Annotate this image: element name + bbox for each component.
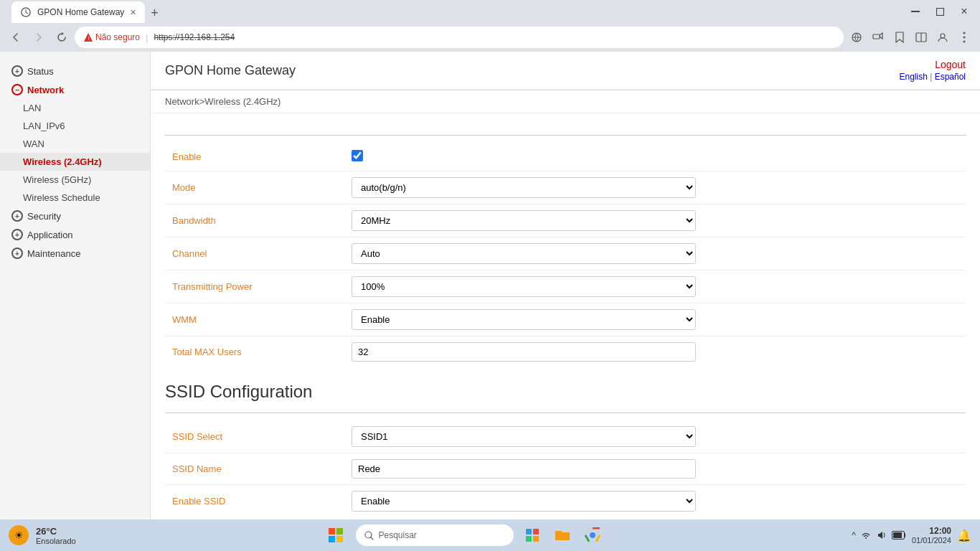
weather-desc: Ensolarado (36, 537, 76, 545)
svg-point-9 (963, 32, 966, 34)
close-button[interactable]: × (954, 1, 974, 22)
bookmark-button[interactable] (890, 27, 910, 47)
menu-button[interactable] (954, 27, 974, 47)
enable-checkbox[interactable] (352, 150, 363, 161)
total-max-users-input[interactable]: 32 (352, 342, 696, 362)
sidebar-item-status-label: Status (27, 66, 54, 77)
transmitting-power-label: Transmitting Power (165, 270, 344, 303)
mode-label: Mode (165, 171, 344, 204)
tray-expand[interactable]: ^ (852, 530, 856, 540)
profile-button[interactable] (933, 27, 953, 47)
channel-row: Channel Auto 123 456 (165, 237, 966, 270)
english-link[interactable]: English (899, 72, 927, 82)
sidebar-item-lan[interactable]: LAN (0, 99, 150, 117)
sidebar-item-wireless-24[interactable]: Wireless (2.4GHz) (0, 153, 150, 171)
bandwidth-row: Bandwidth 20MHz 40MHz (165, 204, 966, 237)
minimize-button[interactable] (905, 1, 925, 22)
spanish-link[interactable]: Español (935, 72, 966, 82)
sidebar-item-lan-ipv6[interactable]: LAN_IPv6 (0, 117, 150, 135)
language-links: English | Español (899, 72, 966, 82)
sidebar-wireless-24-label: Wireless (2.4GHz) (23, 156, 102, 167)
channel-select[interactable]: Auto 123 456 (352, 243, 696, 264)
sidebar-item-wan[interactable]: WAN (0, 135, 150, 153)
ssid-name-label: SSID Name (165, 453, 344, 485)
notification-button[interactable]: 🔔 (957, 529, 971, 542)
address-bar[interactable]: ! Não seguro | https://192.168.1.254 (75, 27, 844, 48)
app-title: GPON Home Gateway (165, 63, 296, 78)
tab-close-button[interactable]: × (130, 6, 136, 18)
share-button[interactable] (868, 27, 888, 47)
back-button[interactable] (6, 27, 26, 47)
url-text: https://192.168.1.254 (154, 32, 235, 42)
taskbar: ☀ 26°C Ensolarado Pesquisar (0, 519, 980, 551)
svg-rect-1 (911, 11, 920, 12)
network-expand-icon: – (11, 84, 23, 95)
clock-date: 01/01/2024 (912, 536, 951, 545)
bandwidth-label: Bandwidth (165, 204, 344, 237)
enable-ssid-row: Enable SSID Enable Disable (165, 485, 966, 518)
sidebar-item-application[interactable]: + Application (0, 225, 150, 244)
sidebar-lan-ipv6-label: LAN_IPv6 (23, 121, 65, 131)
system-tray: ^ (852, 529, 906, 541)
svg-point-8 (941, 34, 945, 38)
search-icon (364, 531, 374, 540)
mode-select[interactable]: auto(b/g/n) 802.11b only 802.11g only 80… (352, 177, 696, 198)
svg-rect-13 (526, 529, 532, 534)
ssid-select-label: SSID Select (165, 420, 344, 453)
security-expand-icon: + (11, 210, 23, 222)
enable-row: Enable (165, 143, 966, 171)
wmm-select[interactable]: Enable Disable (352, 309, 696, 330)
search-placeholder: Pesquisar (378, 530, 416, 540)
application-expand-icon: + (11, 229, 23, 240)
main-content: GPON Home Gateway Logout English | Españ… (151, 52, 980, 519)
new-tab-button[interactable]: + (145, 3, 165, 23)
wireless-form: Enable Mode auto(b/g/n) 802.11b only (165, 143, 966, 367)
start-button[interactable] (323, 522, 349, 548)
weather-icon: ☀ (9, 525, 29, 545)
volume-icon (876, 529, 887, 541)
ssid-name-row: SSID Name (165, 453, 966, 485)
browser-tab[interactable]: GPON Home Gateway × (11, 1, 145, 23)
taskbar-chrome-icon[interactable] (581, 524, 604, 547)
reload-button[interactable] (52, 27, 72, 47)
sidebar-item-wireless-schedule[interactable]: Wireless Schedule (0, 189, 150, 207)
transmitting-power-select[interactable]: 100% 75% 50% 25% (352, 276, 696, 297)
lang-separator: | (930, 72, 932, 82)
wifi-icon (860, 529, 872, 541)
svg-rect-5 (873, 34, 880, 39)
sidebar-item-security[interactable]: + Security (0, 207, 150, 225)
tab-title: GPON Home Gateway (37, 7, 124, 17)
sidebar-item-wireless-5[interactable]: Wireless (5GHz) (0, 171, 150, 189)
taskbar-search[interactable]: Pesquisar (356, 524, 514, 546)
split-view-button[interactable] (911, 27, 931, 47)
svg-rect-20 (893, 532, 902, 538)
taskbar-folder-icon[interactable] (551, 524, 574, 547)
logout-button[interactable]: Logout (935, 59, 966, 70)
transmitting-power-row: Transmitting Power 100% 75% 50% 25% (165, 270, 966, 303)
ssid-form: SSID Select SSID1 SSID2 SSID3 SSID4 (165, 420, 966, 517)
sidebar-item-network[interactable]: – Network (0, 80, 150, 99)
bandwidth-select[interactable]: 20MHz 40MHz (352, 210, 696, 231)
svg-point-10 (963, 37, 966, 39)
svg-rect-15 (526, 536, 532, 542)
ssid-select-dropdown[interactable]: SSID1 SSID2 SSID3 SSID4 (352, 426, 696, 447)
taskbar-puzzle-icon[interactable] (521, 524, 544, 547)
ssid-section-title: SSID Configuration (165, 382, 966, 402)
total-max-users-row: Total MAX Users 32 (165, 336, 966, 368)
breadcrumb: Network>Wireless (2.4GHz) (151, 90, 980, 113)
enable-ssid-select[interactable]: Enable Disable (352, 491, 696, 512)
svg-text:!: ! (88, 36, 90, 41)
svg-point-18 (590, 532, 595, 538)
ssid-name-input[interactable] (352, 459, 696, 479)
svg-rect-2 (936, 8, 943, 15)
translate-button[interactable] (847, 27, 867, 47)
sidebar-item-maintenance[interactable]: + Maintenance (0, 244, 150, 263)
maximize-button[interactable] (930, 1, 950, 22)
forward-button[interactable] (29, 27, 49, 47)
maintenance-expand-icon: + (11, 248, 23, 259)
clock: 12:00 01/01/2024 (912, 526, 951, 545)
sidebar-item-status[interactable]: + Status (0, 62, 150, 80)
wmm-label: WMM (165, 303, 344, 336)
enable-ssid-label: Enable SSID (165, 485, 344, 518)
sidebar-lan-label: LAN (23, 103, 41, 113)
